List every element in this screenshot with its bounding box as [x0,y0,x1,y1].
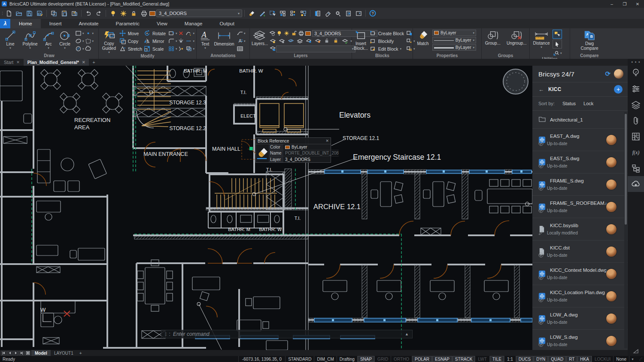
break-tool-icon[interactable] [177,46,185,52]
explode-tool-icon[interactable] [177,38,185,45]
rectangle-tool-icon[interactable] [75,30,82,37]
match-properties-button[interactable]: Match [415,30,431,46]
select-elements-icon[interactable] [553,30,562,39]
layer-on-icon[interactable] [108,9,118,18]
undo-icon[interactable] [84,9,93,18]
status-dropdown-icon[interactable]: ▼ [629,356,638,362]
add-file-button[interactable]: + [614,85,623,94]
current-color-swatch[interactable] [149,11,155,16]
clean-screen-icon[interactable] [354,9,363,18]
block-replace-icon[interactable] [406,38,413,45]
command-line[interactable]: ⁞⁞ : Enter command ▲ [161,330,413,338]
panel-scrollbar-thumb[interactable] [625,114,627,225]
copy-nested-tool-icon[interactable] [185,46,192,52]
point-tool-icon[interactable] [85,30,92,37]
scale-button[interactable]: Scale [143,45,166,52]
quick-select-icon[interactable] [278,9,287,18]
status-toggle[interactable]: HKA [577,356,592,362]
blockify-button[interactable]: Blockify [369,37,404,45]
arc-button[interactable]: Arc▾ [41,30,56,49]
status-toggle[interactable]: SNAP [357,356,374,362]
status-toggle[interactable]: POLAR [412,356,432,362]
ungroup-button[interactable]: Ungroup... [506,30,528,46]
redo-icon[interactable] [94,9,103,18]
status-toggle[interactable]: LWT [475,356,489,362]
paste-icon[interactable] [59,9,69,18]
select-similar-icon[interactable] [267,9,277,18]
line-button[interactable]: Line▾ [2,30,19,49]
file-list-item[interactable]: EAST_S.dwg Up-to-date [532,151,628,173]
ribbon-tab[interactable]: View [148,19,176,28]
table-tool-icon[interactable] [236,46,243,52]
dimension-button[interactable]: Dimension [213,30,235,46]
layer-freeze-icon[interactable] [118,9,128,18]
layout-list-button[interactable] [25,351,30,356]
tips-icon[interactable] [628,65,644,81]
match-properties-icon[interactable] [247,9,256,18]
wipeout-tool-icon[interactable] [85,38,92,45]
file-list-item[interactable]: Architectural_1 [532,111,628,129]
edit-block-button[interactable]: Edit Block▾ [369,45,404,52]
document-tab[interactable]: Plan_Modified_General* ✕ [24,59,89,66]
cursor-select-icon[interactable] [553,40,562,49]
insert-block-button[interactable]: Insert Block... [354,30,368,51]
color-combo[interactable]: ByLayer▾ [432,30,476,36]
commandline-grip[interactable]: ⁞⁞ [165,332,167,337]
file-list-item[interactable]: LOW_S.dwg Up-to-date [532,330,628,350]
layer-match-icon[interactable] [341,38,349,45]
rotate-button[interactable]: Rotate [143,30,166,37]
circle-button[interactable]: Circle▾ [57,30,73,49]
layer-isolate-icon[interactable] [269,38,276,45]
status-toggle[interactable]: STRACK [452,356,475,362]
text-button[interactable]: A Text▾ [198,30,212,49]
fields-icon[interactable]: f(x) [628,144,644,160]
ribbon-tab[interactable]: Parametric [107,19,149,28]
drawing-explorer-icon[interactable] [343,9,353,18]
copy-button[interactable]: Copy [119,37,142,45]
status-toggle[interactable]: DIM_CM [314,356,336,362]
sort-lock-option[interactable]: Lock [583,101,593,106]
close-tab-icon[interactable]: ✕ [16,60,20,64]
copy-with-basepoint-icon[interactable] [49,9,58,18]
layer-unisolate-icon[interactable] [278,38,286,45]
last-layout-button[interactable] [19,351,24,356]
copy-guided-button[interactable]: Copy Guided▾ [100,30,118,54]
layer-plot-icon[interactable] [139,9,149,18]
revision-cloud-tool-icon[interactable] [85,46,92,52]
file-list-item[interactable]: EAST_A.dwg Up-to-date [532,129,628,151]
structure-panel-icon[interactable] [288,9,298,18]
restore-button[interactable]: ❐ [618,0,631,8]
ribbon-tab[interactable]: Annotate [70,19,107,28]
status-toggle[interactable]: DYN [533,356,548,362]
status-toggle[interactable]: GRID [374,356,391,362]
file-list-item[interactable]: KICC.bsyslib Locally modified [532,218,628,240]
dwg-compare-button[interactable]: AB Dwg Compare [577,30,601,51]
layer-color-swatch[interactable] [305,31,311,36]
user-avatar[interactable] [614,69,623,79]
green-grip[interactable] [249,147,253,150]
linetype-combo[interactable]: ByLayer▾ [432,37,476,43]
open-file-icon[interactable] [14,9,24,18]
file-list-item[interactable]: KICC_Location Plan.dwg Up-to-date [532,285,628,307]
paste-as-block-icon[interactable] [70,9,79,18]
layer-off-icon[interactable] [305,38,313,45]
properties-panel-icon[interactable] [313,9,322,18]
settings-gear-icon[interactable] [333,9,343,18]
group-button[interactable]: Group... [483,30,502,46]
next-layout-button[interactable] [13,351,18,356]
layers-button[interactable]: Layers... [252,30,268,46]
status-toggle[interactable]: RT [566,356,577,362]
file-list-item[interactable]: KICC.dst Up-to-date [532,240,628,263]
layer-merge-icon[interactable] [332,38,340,45]
create-block-button[interactable]: Create Block [369,30,404,37]
move-button[interactable]: Move [119,30,142,37]
structure-icon[interactable] [628,160,644,176]
ribbon-tab[interactable]: Insert [41,19,70,28]
status-toggle[interactable]: STANDARD [285,356,314,362]
sidebar-more-icon[interactable]: • • • [631,59,640,65]
eraser-icon[interactable] [323,9,332,18]
layer-states-icon[interactable] [269,30,275,37]
hatch-tool-icon[interactable] [75,46,82,52]
status-toggle[interactable]: ORTHO [391,356,412,362]
close-button[interactable]: ✕ [631,0,644,8]
